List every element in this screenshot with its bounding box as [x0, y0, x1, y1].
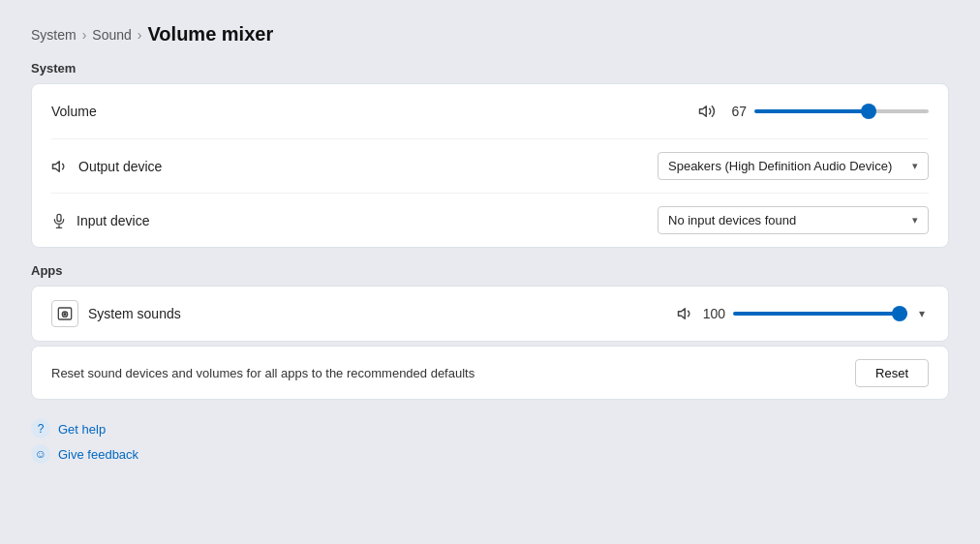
system-sounds-expand-button[interactable]: ▾ [915, 305, 929, 322]
microphone-icon [51, 212, 67, 229]
system-sounds-value: 100 [702, 306, 725, 321]
system-sounds-volume-icon [677, 305, 694, 322]
output-label-group: Output device [51, 158, 658, 175]
volume-value: 67 [723, 104, 747, 119]
system-sounds-row: System sounds 100 ▾ [51, 287, 929, 341]
get-help-link[interactable]: ? Get help [31, 419, 949, 438]
system-sounds-controls: 100 ▾ [677, 305, 929, 322]
apps-section: Apps System sounds 100 [31, 263, 949, 400]
reset-card: Reset sound devices and volumes for all … [31, 346, 949, 400]
system-section-label: System [31, 61, 949, 76]
give-feedback-label: Give feedback [58, 447, 138, 462]
system-sounds-slider[interactable] [733, 312, 907, 316]
system-sounds-slider-container [733, 312, 907, 316]
breadcrumb-sound: Sound [92, 27, 131, 43]
output-device-label: Output device [78, 159, 162, 174]
input-device-label: Input device [77, 213, 150, 228]
input-device-chevron-icon: ▾ [912, 214, 918, 227]
get-help-label: Get help [58, 422, 106, 437]
reset-description: Reset sound devices and volumes for all … [51, 366, 855, 380]
output-device-chevron-icon: ▾ [912, 160, 918, 172]
svg-marker-8 [679, 309, 686, 319]
volume-label-group: Volume [51, 104, 698, 119]
output-device-icon [51, 158, 69, 175]
output-device-row: Output device Speakers (High Definition … [51, 138, 929, 193]
volume-row: Volume 67 [51, 84, 929, 138]
input-device-selected: No input devices found [668, 213, 796, 227]
volume-controls: 67 [698, 103, 929, 120]
breadcrumb-system: System [31, 27, 77, 43]
apps-section-label: Apps [31, 263, 949, 278]
svg-point-7 [64, 314, 66, 316]
give-feedback-icon: ☺ [31, 444, 50, 464]
output-device-dropdown[interactable]: Speakers (High Definition Audio Device) … [658, 152, 929, 180]
volume-slider-container [754, 109, 929, 113]
svg-marker-1 [53, 161, 60, 171]
get-help-icon: ? [31, 419, 50, 438]
system-sounds-label: System sounds [88, 306, 181, 321]
svg-marker-0 [700, 106, 707, 117]
system-card: Volume 67 Output device [31, 83, 949, 248]
volume-icon [698, 103, 716, 120]
output-device-selected: Speakers (High Definition Audio Device) [668, 159, 892, 173]
footer-links: ? Get help ☺ Give feedback [31, 419, 949, 464]
input-device-row: Input device No input devices found ▾ [51, 193, 929, 247]
page-title: Volume mixer [148, 23, 274, 45]
svg-rect-2 [57, 214, 61, 221]
give-feedback-link[interactable]: ☺ Give feedback [31, 444, 949, 464]
volume-label: Volume [51, 104, 97, 119]
volume-slider[interactable] [754, 109, 929, 113]
speaker-box-icon [51, 300, 78, 327]
output-device-right: Speakers (High Definition Audio Device) … [658, 152, 929, 180]
system-sounds-label-group: System sounds [51, 300, 677, 327]
reset-button[interactable]: Reset [855, 359, 929, 387]
input-device-dropdown[interactable]: No input devices found ▾ [658, 206, 929, 234]
input-label-group: Input device [51, 212, 658, 229]
apps-card: System sounds 100 ▾ [31, 286, 949, 342]
breadcrumb: System › Sound › Volume mixer [31, 23, 949, 45]
input-device-right: No input devices found ▾ [658, 206, 929, 234]
